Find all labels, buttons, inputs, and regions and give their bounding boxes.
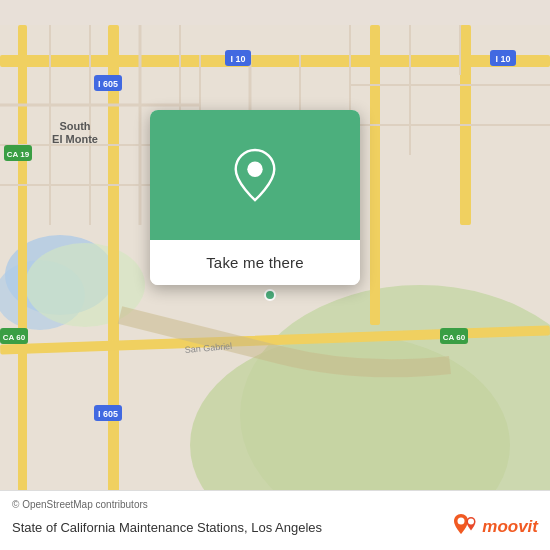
svg-text:I 10: I 10 xyxy=(230,54,245,64)
svg-text:I 10: I 10 xyxy=(495,54,510,64)
navigation-card: Take me there xyxy=(150,110,360,285)
svg-rect-10 xyxy=(370,25,380,325)
svg-point-47 xyxy=(458,518,465,525)
svg-text:I 605: I 605 xyxy=(98,79,118,89)
copyright-text: © OpenStreetMap contributors xyxy=(12,499,538,510)
card-map-preview xyxy=(150,110,360,240)
svg-text:CA 60: CA 60 xyxy=(3,333,26,342)
take-me-there-button[interactable]: Take me there xyxy=(150,240,360,285)
svg-point-45 xyxy=(265,290,275,300)
svg-text:I 605: I 605 xyxy=(98,409,118,419)
svg-rect-9 xyxy=(18,25,27,525)
map-container: I 10 I 10 I 605 I 605 CA 19 CA 60 CA 60 … xyxy=(0,0,550,550)
location-pin-icon xyxy=(233,148,277,202)
svg-text:El Monte: El Monte xyxy=(52,133,98,145)
svg-text:CA 19: CA 19 xyxy=(7,150,30,159)
svg-text:South: South xyxy=(59,120,90,132)
moovit-logo: moovit xyxy=(452,512,538,542)
moovit-pin-icon xyxy=(452,512,480,542)
svg-point-48 xyxy=(468,519,474,525)
svg-text:CA 60: CA 60 xyxy=(443,333,466,342)
location-name-text: State of California Maintenance Stations… xyxy=(12,520,322,535)
svg-point-46 xyxy=(247,162,262,177)
bottom-info-bar: © OpenStreetMap contributors State of Ca… xyxy=(0,490,550,550)
moovit-text: moovit xyxy=(482,517,538,537)
